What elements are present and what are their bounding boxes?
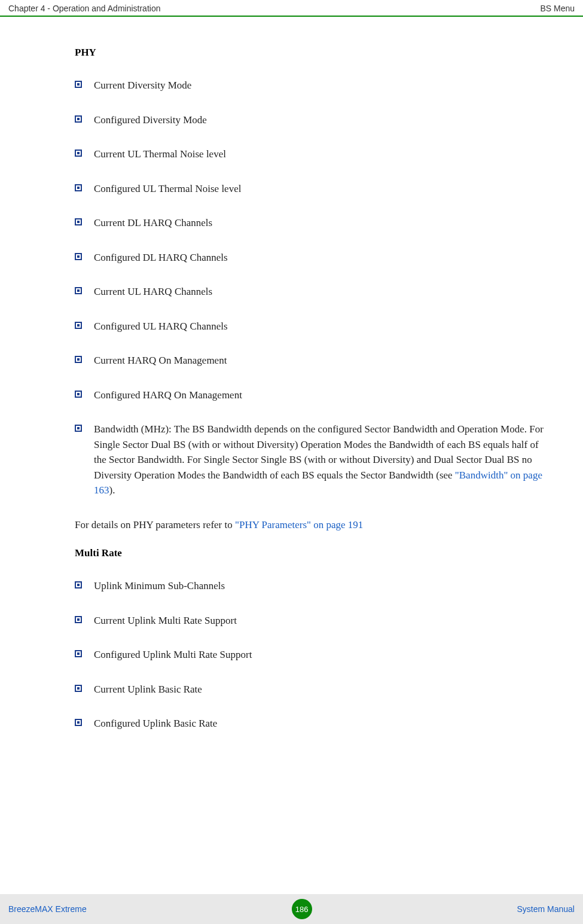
list-item-text: Configured DL HARQ Channels bbox=[94, 250, 544, 266]
list-item-text: Current DL HARQ Channels bbox=[94, 215, 544, 231]
page-footer: BreezeMAX Extreme 186 System Manual bbox=[0, 894, 583, 924]
phy-closing-paragraph: For details on PHY parameters refer to "… bbox=[75, 517, 544, 533]
bullet-icon bbox=[75, 184, 82, 191]
list-item-text: Current Uplink Basic Rate bbox=[94, 682, 544, 697]
list-item-text: Current Uplink Multi Rate Support bbox=[94, 613, 544, 629]
list-item: Configured UL HARQ Channels bbox=[75, 319, 544, 334]
list-item-text: Configured UL HARQ Channels bbox=[94, 319, 544, 334]
list-item-text: Current Diversity Mode bbox=[94, 78, 544, 93]
list-item-text: Uplink Minimum Sub-Channels bbox=[94, 578, 544, 594]
list-item-text: Current UL Thermal Noise level bbox=[94, 147, 544, 162]
list-item-text: Configured HARQ On Management bbox=[94, 388, 544, 403]
bullet-icon bbox=[75, 115, 82, 123]
bullet-icon bbox=[75, 356, 82, 363]
list-item: Configured Uplink Multi Rate Support bbox=[75, 647, 544, 663]
bullet-icon bbox=[75, 581, 82, 588]
bullet-icon bbox=[75, 719, 82, 726]
list-item-text: Configured Uplink Multi Rate Support bbox=[94, 647, 544, 663]
bullet-icon bbox=[75, 287, 82, 294]
list-item: Current UL HARQ Channels bbox=[75, 284, 544, 300]
list-item: Configured Uplink Basic Rate bbox=[75, 716, 544, 731]
list-item-text: Configured Uplink Basic Rate bbox=[94, 716, 544, 731]
bullet-icon bbox=[75, 81, 82, 88]
header-chapter: Chapter 4 - Operation and Administration bbox=[8, 4, 160, 13]
page-header: Chapter 4 - Operation and Administration… bbox=[0, 0, 583, 17]
header-menu: BS Menu bbox=[540, 4, 575, 13]
footer-product: BreezeMAX Extreme bbox=[8, 904, 87, 914]
list-item: Uplink Minimum Sub-Channels bbox=[75, 578, 544, 594]
list-item-text: Current UL HARQ Channels bbox=[94, 284, 544, 300]
list-item: Current UL Thermal Noise level bbox=[75, 147, 544, 162]
bullet-icon bbox=[75, 425, 82, 432]
section-title-phy: PHY bbox=[75, 47, 544, 59]
bandwidth-text-post: ). bbox=[109, 484, 115, 496]
list-item-text: Bandwidth (MHz): The BS Bandwidth depend… bbox=[94, 422, 544, 498]
list-item: Current DL HARQ Channels bbox=[75, 215, 544, 231]
list-item: Configured Diversity Mode bbox=[75, 112, 544, 128]
list-item: Configured DL HARQ Channels bbox=[75, 250, 544, 266]
bullet-icon bbox=[75, 650, 82, 657]
list-item: Current Uplink Basic Rate bbox=[75, 682, 544, 697]
bullet-icon bbox=[75, 322, 82, 329]
bullet-icon bbox=[75, 391, 82, 398]
bullet-icon bbox=[75, 218, 82, 225]
list-item: Current Uplink Multi Rate Support bbox=[75, 613, 544, 629]
page-number: 186 bbox=[292, 899, 312, 919]
multirate-list: Uplink Minimum Sub-Channels Current Upli… bbox=[75, 578, 544, 731]
list-item: Current HARQ On Management bbox=[75, 353, 544, 368]
bullet-icon bbox=[75, 150, 82, 157]
bullet-icon bbox=[75, 253, 82, 260]
bullet-icon bbox=[75, 685, 82, 692]
list-item-text: Current HARQ On Management bbox=[94, 353, 544, 368]
page-content: PHY Current Diversity Mode Configured Di… bbox=[0, 17, 583, 731]
list-item-text: Configured UL Thermal Noise level bbox=[94, 181, 544, 197]
section-title-multirate: Multi Rate bbox=[75, 547, 544, 559]
closing-text: For details on PHY parameters refer to bbox=[75, 519, 235, 530]
phy-parameters-link[interactable]: "PHY Parameters" on page 191 bbox=[235, 519, 363, 530]
footer-manual: System Manual bbox=[517, 904, 575, 914]
list-item: Current Diversity Mode bbox=[75, 78, 544, 93]
phy-list: Current Diversity Mode Configured Divers… bbox=[75, 78, 544, 498]
list-item: Bandwidth (MHz): The BS Bandwidth depend… bbox=[75, 422, 544, 498]
list-item: Configured UL Thermal Noise level bbox=[75, 181, 544, 197]
list-item: Configured HARQ On Management bbox=[75, 388, 544, 403]
bullet-icon bbox=[75, 616, 82, 623]
list-item-text: Configured Diversity Mode bbox=[94, 112, 544, 128]
